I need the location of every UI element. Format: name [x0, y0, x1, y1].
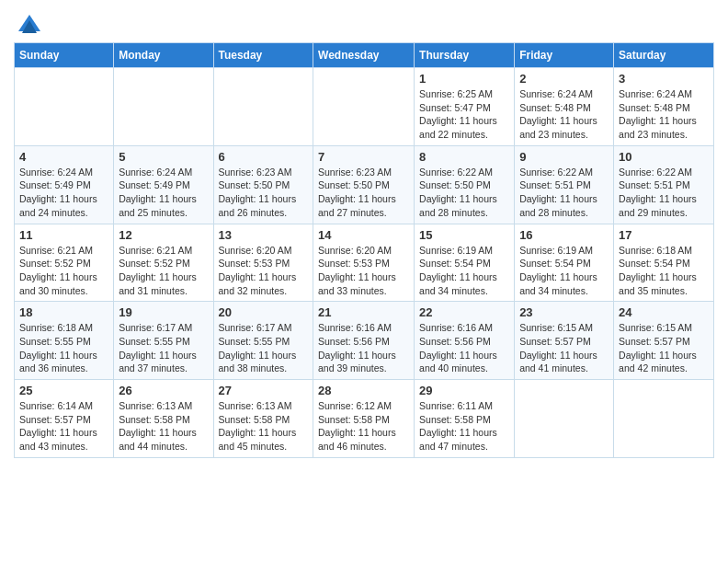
day-number: 23 [519, 305, 609, 319]
calendar-cell: 1Sunrise: 6:25 AM Sunset: 5:47 PM Daylig… [415, 68, 515, 146]
day-info: Sunrise: 6:23 AM Sunset: 5:50 PM Dayligh… [219, 166, 309, 220]
day-number: 12 [119, 228, 208, 242]
day-info: Sunrise: 6:20 AM Sunset: 5:53 PM Dayligh… [219, 244, 309, 298]
day-number: 16 [519, 228, 609, 242]
day-info: Sunrise: 6:13 AM Sunset: 5:58 PM Dayligh… [219, 399, 309, 454]
day-number: 28 [318, 384, 409, 397]
day-number: 26 [119, 384, 208, 397]
week-row-3: 18Sunrise: 6:18 AM Sunset: 5:55 PM Dayli… [15, 302, 714, 380]
calendar-cell: 19Sunrise: 6:17 AM Sunset: 5:55 PM Dayli… [114, 302, 213, 380]
day-number: 19 [119, 305, 208, 319]
calendar-cell: 3Sunrise: 6:24 AM Sunset: 5:48 PM Daylig… [614, 68, 714, 146]
header-saturday: Saturday [614, 43, 714, 68]
day-number: 3 [619, 72, 709, 86]
calendar-cell [614, 380, 714, 458]
logo-icon [17, 13, 42, 39]
calendar-cell: 18Sunrise: 6:18 AM Sunset: 5:55 PM Dayli… [15, 302, 114, 380]
day-number: 9 [519, 150, 609, 164]
week-row-2: 11Sunrise: 6:21 AM Sunset: 5:52 PM Dayli… [15, 224, 714, 302]
day-info: Sunrise: 6:20 AM Sunset: 5:53 PM Dayligh… [318, 244, 409, 298]
day-info: Sunrise: 6:25 AM Sunset: 5:47 PM Dayligh… [419, 87, 509, 142]
day-info: Sunrise: 6:21 AM Sunset: 5:52 PM Dayligh… [19, 244, 108, 298]
calendar-cell: 28Sunrise: 6:12 AM Sunset: 5:58 PM Dayli… [313, 380, 415, 458]
header-wednesday: Wednesday [313, 43, 415, 68]
calendar-cell: 26Sunrise: 6:13 AM Sunset: 5:58 PM Dayli… [114, 380, 213, 458]
calendar-cell: 10Sunrise: 6:22 AM Sunset: 5:51 PM Dayli… [614, 145, 714, 224]
day-info: Sunrise: 6:14 AM Sunset: 5:57 PM Dayligh… [19, 399, 108, 454]
week-row-4: 25Sunrise: 6:14 AM Sunset: 5:57 PM Dayli… [15, 380, 714, 458]
calendar-cell: 2Sunrise: 6:24 AM Sunset: 5:48 PM Daylig… [515, 68, 614, 146]
day-info: Sunrise: 6:16 AM Sunset: 5:56 PM Dayligh… [318, 321, 409, 375]
calendar-cell [313, 68, 415, 146]
calendar-cell: 22Sunrise: 6:16 AM Sunset: 5:56 PM Dayli… [415, 302, 515, 380]
calendar-cell: 16Sunrise: 6:19 AM Sunset: 5:54 PM Dayli… [515, 224, 614, 302]
logo [14, 13, 42, 39]
day-info: Sunrise: 6:24 AM Sunset: 5:49 PM Dayligh… [19, 166, 108, 220]
calendar-cell: 5Sunrise: 6:24 AM Sunset: 5:49 PM Daylig… [114, 145, 213, 224]
calendar-body: 1Sunrise: 6:25 AM Sunset: 5:47 PM Daylig… [15, 68, 714, 458]
day-info: Sunrise: 6:11 AM Sunset: 5:58 PM Dayligh… [419, 399, 509, 454]
calendar-cell: 23Sunrise: 6:15 AM Sunset: 5:57 PM Dayli… [515, 302, 614, 380]
day-number: 21 [318, 305, 409, 319]
header-friday: Friday [515, 43, 614, 68]
day-number: 27 [219, 384, 309, 397]
page-header [14, 9, 714, 39]
day-number: 7 [318, 150, 409, 164]
day-info: Sunrise: 6:15 AM Sunset: 5:57 PM Dayligh… [519, 321, 609, 375]
day-number: 15 [419, 228, 509, 242]
calendar-cell: 11Sunrise: 6:21 AM Sunset: 5:52 PM Dayli… [15, 224, 114, 302]
header-thursday: Thursday [415, 43, 515, 68]
header-row: SundayMondayTuesdayWednesdayThursdayFrid… [15, 43, 714, 68]
day-number: 29 [419, 384, 509, 397]
calendar-cell: 17Sunrise: 6:18 AM Sunset: 5:54 PM Dayli… [614, 224, 714, 302]
day-number: 25 [19, 384, 108, 397]
day-info: Sunrise: 6:12 AM Sunset: 5:58 PM Dayligh… [318, 399, 409, 454]
day-info: Sunrise: 6:17 AM Sunset: 5:55 PM Dayligh… [219, 321, 309, 375]
header-monday: Monday [114, 43, 213, 68]
day-info: Sunrise: 6:22 AM Sunset: 5:51 PM Dayligh… [519, 166, 609, 220]
day-info: Sunrise: 6:19 AM Sunset: 5:54 PM Dayligh… [519, 244, 609, 298]
calendar-cell: 7Sunrise: 6:23 AM Sunset: 5:50 PM Daylig… [313, 145, 415, 224]
day-info: Sunrise: 6:15 AM Sunset: 5:57 PM Dayligh… [619, 321, 709, 375]
day-info: Sunrise: 6:22 AM Sunset: 5:51 PM Dayligh… [619, 166, 709, 220]
calendar-cell: 15Sunrise: 6:19 AM Sunset: 5:54 PM Dayli… [415, 224, 515, 302]
calendar-cell: 8Sunrise: 6:22 AM Sunset: 5:50 PM Daylig… [415, 145, 515, 224]
day-number: 1 [419, 72, 509, 86]
calendar-cell: 29Sunrise: 6:11 AM Sunset: 5:58 PM Dayli… [415, 380, 515, 458]
calendar-cell: 6Sunrise: 6:23 AM Sunset: 5:50 PM Daylig… [213, 145, 313, 224]
day-info: Sunrise: 6:16 AM Sunset: 5:56 PM Dayligh… [419, 321, 509, 375]
calendar-cell [213, 68, 313, 146]
calendar-cell [15, 68, 114, 146]
calendar-cell: 20Sunrise: 6:17 AM Sunset: 5:55 PM Dayli… [213, 302, 313, 380]
calendar-cell: 12Sunrise: 6:21 AM Sunset: 5:52 PM Dayli… [114, 224, 213, 302]
calendar-header: SundayMondayTuesdayWednesdayThursdayFrid… [15, 43, 714, 68]
day-number: 14 [318, 228, 409, 242]
calendar-cell: 24Sunrise: 6:15 AM Sunset: 5:57 PM Dayli… [614, 302, 714, 380]
day-info: Sunrise: 6:19 AM Sunset: 5:54 PM Dayligh… [419, 244, 509, 298]
day-info: Sunrise: 6:22 AM Sunset: 5:50 PM Dayligh… [419, 166, 509, 220]
calendar-cell: 27Sunrise: 6:13 AM Sunset: 5:58 PM Dayli… [213, 380, 313, 458]
calendar-cell [114, 68, 213, 146]
day-number: 8 [419, 150, 509, 164]
day-number: 10 [619, 150, 709, 164]
header-sunday: Sunday [15, 43, 114, 68]
day-number: 6 [219, 150, 309, 164]
day-number: 20 [219, 305, 309, 319]
day-number: 22 [419, 305, 509, 319]
day-number: 13 [219, 228, 309, 242]
day-number: 17 [619, 228, 709, 242]
day-info: Sunrise: 6:24 AM Sunset: 5:48 PM Dayligh… [619, 87, 709, 142]
day-info: Sunrise: 6:18 AM Sunset: 5:54 PM Dayligh… [619, 244, 709, 298]
week-row-0: 1Sunrise: 6:25 AM Sunset: 5:47 PM Daylig… [15, 68, 714, 146]
calendar-cell: 9Sunrise: 6:22 AM Sunset: 5:51 PM Daylig… [515, 145, 614, 224]
day-number: 2 [519, 72, 609, 86]
calendar-cell: 21Sunrise: 6:16 AM Sunset: 5:56 PM Dayli… [313, 302, 415, 380]
calendar-cell: 13Sunrise: 6:20 AM Sunset: 5:53 PM Dayli… [213, 224, 313, 302]
calendar-cell: 14Sunrise: 6:20 AM Sunset: 5:53 PM Dayli… [313, 224, 415, 302]
day-info: Sunrise: 6:13 AM Sunset: 5:58 PM Dayligh… [119, 399, 208, 454]
day-number: 24 [619, 305, 709, 319]
day-info: Sunrise: 6:24 AM Sunset: 5:49 PM Dayligh… [119, 166, 208, 220]
day-info: Sunrise: 6:21 AM Sunset: 5:52 PM Dayligh… [119, 244, 208, 298]
header-tuesday: Tuesday [213, 43, 313, 68]
day-info: Sunrise: 6:17 AM Sunset: 5:55 PM Dayligh… [119, 321, 208, 375]
